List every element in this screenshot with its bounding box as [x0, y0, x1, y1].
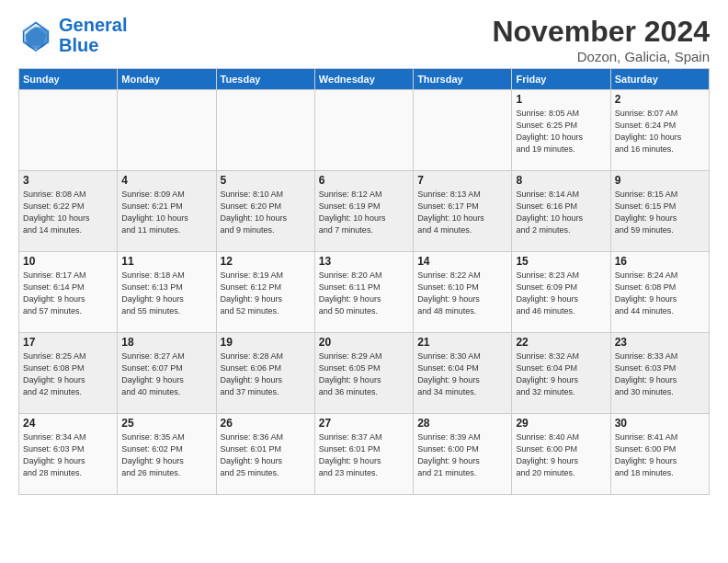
day-info: Sunrise: 8:40 AM Sunset: 6:00 PM Dayligh…: [516, 431, 606, 479]
day-number: 8: [516, 174, 606, 187]
calendar-cell: [414, 90, 512, 171]
location-subtitle: Dozon, Galicia, Spain: [492, 49, 710, 64]
calendar-cell: [314, 90, 413, 171]
calendar-cell: 19Sunrise: 8:28 AM Sunset: 6:06 PM Dayli…: [216, 333, 314, 414]
week-row-1: 1Sunrise: 8:05 AM Sunset: 6:25 PM Daylig…: [19, 90, 710, 171]
header-monday: Monday: [118, 69, 216, 90]
day-info: Sunrise: 8:17 AM Sunset: 6:14 PM Dayligh…: [23, 270, 113, 317]
day-info: Sunrise: 8:07 AM Sunset: 6:24 PM Dayligh…: [615, 108, 705, 155]
calendar-cell: 7Sunrise: 8:13 AM Sunset: 6:17 PM Daylig…: [414, 171, 512, 252]
day-info: Sunrise: 8:41 AM Sunset: 6:00 PM Dayligh…: [615, 431, 705, 479]
calendar-cell: 15Sunrise: 8:23 AM Sunset: 6:09 PM Dayli…: [512, 252, 610, 333]
week-row-2: 3Sunrise: 8:08 AM Sunset: 6:22 PM Daylig…: [19, 171, 710, 252]
day-number: 29: [516, 417, 606, 430]
header-friday: Friday: [512, 69, 610, 90]
calendar-cell: 18Sunrise: 8:27 AM Sunset: 6:07 PM Dayli…: [118, 333, 216, 414]
header-wednesday: Wednesday: [314, 69, 413, 90]
day-number: 22: [516, 336, 606, 349]
day-number: 3: [23, 174, 113, 187]
title-block: November 2024 Dozon, Galicia, Spain: [492, 15, 710, 64]
calendar-cell: 2Sunrise: 8:07 AM Sunset: 6:24 PM Daylig…: [610, 90, 709, 171]
calendar-cell: 6Sunrise: 8:12 AM Sunset: 6:19 PM Daylig…: [314, 171, 413, 252]
day-info: Sunrise: 8:36 AM Sunset: 6:01 PM Dayligh…: [221, 431, 311, 479]
day-number: 1: [516, 93, 606, 106]
day-info: Sunrise: 8:14 AM Sunset: 6:16 PM Dayligh…: [516, 189, 606, 236]
day-number: 2: [615, 93, 705, 106]
day-number: 21: [417, 336, 507, 349]
header-thursday: Thursday: [414, 69, 512, 90]
calendar-cell: 28Sunrise: 8:39 AM Sunset: 6:00 PM Dayli…: [414, 414, 512, 495]
calendar-header-row: Sunday Monday Tuesday Wednesday Thursday…: [19, 69, 710, 90]
day-number: 12: [221, 255, 311, 268]
day-number: 9: [615, 174, 705, 187]
calendar-cell: 14Sunrise: 8:22 AM Sunset: 6:10 PM Dayli…: [414, 252, 512, 333]
calendar-cell: 3Sunrise: 8:08 AM Sunset: 6:22 PM Daylig…: [19, 171, 118, 252]
day-number: 10: [23, 255, 113, 268]
calendar-cell: [118, 90, 216, 171]
calendar-cell: 9Sunrise: 8:15 AM Sunset: 6:15 PM Daylig…: [610, 171, 709, 252]
calendar-cell: [19, 90, 118, 171]
calendar-cell: 16Sunrise: 8:24 AM Sunset: 6:08 PM Dayli…: [610, 252, 709, 333]
calendar-cell: 23Sunrise: 8:33 AM Sunset: 6:03 PM Dayli…: [610, 333, 709, 414]
week-row-3: 10Sunrise: 8:17 AM Sunset: 6:14 PM Dayli…: [19, 252, 710, 333]
logo: General Blue: [18, 15, 127, 55]
day-info: Sunrise: 8:20 AM Sunset: 6:11 PM Dayligh…: [319, 270, 409, 317]
day-number: 19: [221, 336, 311, 349]
day-number: 26: [221, 417, 311, 430]
day-info: Sunrise: 8:18 AM Sunset: 6:13 PM Dayligh…: [121, 270, 211, 317]
day-info: Sunrise: 8:25 AM Sunset: 6:08 PM Dayligh…: [23, 350, 113, 398]
calendar-cell: 12Sunrise: 8:19 AM Sunset: 6:12 PM Dayli…: [216, 252, 314, 333]
day-number: 14: [417, 255, 507, 268]
day-number: 27: [319, 417, 409, 430]
calendar-cell: 30Sunrise: 8:41 AM Sunset: 6:00 PM Dayli…: [610, 414, 709, 495]
day-number: 23: [615, 336, 705, 349]
calendar-cell: 10Sunrise: 8:17 AM Sunset: 6:14 PM Dayli…: [19, 252, 118, 333]
day-info: Sunrise: 8:27 AM Sunset: 6:07 PM Dayligh…: [121, 350, 211, 398]
day-info: Sunrise: 8:30 AM Sunset: 6:04 PM Dayligh…: [417, 350, 507, 398]
calendar-cell: 5Sunrise: 8:10 AM Sunset: 6:20 PM Daylig…: [216, 171, 314, 252]
page-container: General Blue November 2024 Dozon, Galici…: [0, 0, 728, 504]
day-info: Sunrise: 8:12 AM Sunset: 6:19 PM Dayligh…: [319, 189, 409, 236]
header: General Blue November 2024 Dozon, Galici…: [18, 15, 710, 64]
calendar-cell: 20Sunrise: 8:29 AM Sunset: 6:05 PM Dayli…: [314, 333, 413, 414]
day-number: 30: [615, 417, 705, 430]
calendar-cell: 22Sunrise: 8:32 AM Sunset: 6:04 PM Dayli…: [512, 333, 610, 414]
calendar-cell: 25Sunrise: 8:35 AM Sunset: 6:02 PM Dayli…: [118, 414, 216, 495]
calendar-cell: 11Sunrise: 8:18 AM Sunset: 6:13 PM Dayli…: [118, 252, 216, 333]
logo-icon: [18, 17, 53, 52]
day-info: Sunrise: 8:22 AM Sunset: 6:10 PM Dayligh…: [417, 270, 507, 317]
calendar-cell: 17Sunrise: 8:25 AM Sunset: 6:08 PM Dayli…: [19, 333, 118, 414]
day-info: Sunrise: 8:29 AM Sunset: 6:05 PM Dayligh…: [319, 350, 409, 398]
day-number: 25: [121, 417, 211, 430]
day-info: Sunrise: 8:24 AM Sunset: 6:08 PM Dayligh…: [615, 270, 705, 317]
day-number: 15: [516, 255, 606, 268]
day-number: 17: [23, 336, 113, 349]
calendar-cell: 27Sunrise: 8:37 AM Sunset: 6:01 PM Dayli…: [314, 414, 413, 495]
day-info: Sunrise: 8:10 AM Sunset: 6:20 PM Dayligh…: [221, 189, 311, 236]
day-number: 16: [615, 255, 705, 268]
day-info: Sunrise: 8:34 AM Sunset: 6:03 PM Dayligh…: [23, 431, 113, 479]
calendar-cell: 21Sunrise: 8:30 AM Sunset: 6:04 PM Dayli…: [414, 333, 512, 414]
month-title: November 2024: [492, 15, 710, 49]
week-row-4: 17Sunrise: 8:25 AM Sunset: 6:08 PM Dayli…: [19, 333, 710, 414]
day-info: Sunrise: 8:28 AM Sunset: 6:06 PM Dayligh…: [221, 350, 311, 398]
header-tuesday: Tuesday: [216, 69, 314, 90]
week-row-5: 24Sunrise: 8:34 AM Sunset: 6:03 PM Dayli…: [19, 414, 710, 495]
calendar-cell: [216, 90, 314, 171]
day-info: Sunrise: 8:23 AM Sunset: 6:09 PM Dayligh…: [516, 270, 606, 317]
calendar-cell: 1Sunrise: 8:05 AM Sunset: 6:25 PM Daylig…: [512, 90, 610, 171]
day-number: 7: [417, 174, 507, 187]
day-info: Sunrise: 8:39 AM Sunset: 6:00 PM Dayligh…: [417, 431, 507, 479]
day-number: 24: [23, 417, 113, 430]
day-info: Sunrise: 8:37 AM Sunset: 6:01 PM Dayligh…: [319, 431, 409, 479]
calendar-table: Sunday Monday Tuesday Wednesday Thursday…: [18, 68, 710, 495]
day-info: Sunrise: 8:15 AM Sunset: 6:15 PM Dayligh…: [615, 189, 705, 236]
day-number: 4: [121, 174, 211, 187]
day-info: Sunrise: 8:05 AM Sunset: 6:25 PM Dayligh…: [516, 108, 606, 155]
logo-text: General Blue: [59, 15, 127, 55]
day-info: Sunrise: 8:35 AM Sunset: 6:02 PM Dayligh…: [121, 431, 211, 479]
day-info: Sunrise: 8:09 AM Sunset: 6:21 PM Dayligh…: [121, 189, 211, 236]
day-info: Sunrise: 8:32 AM Sunset: 6:04 PM Dayligh…: [516, 350, 606, 398]
day-info: Sunrise: 8:08 AM Sunset: 6:22 PM Dayligh…: [23, 189, 113, 236]
day-info: Sunrise: 8:13 AM Sunset: 6:17 PM Dayligh…: [417, 189, 507, 236]
